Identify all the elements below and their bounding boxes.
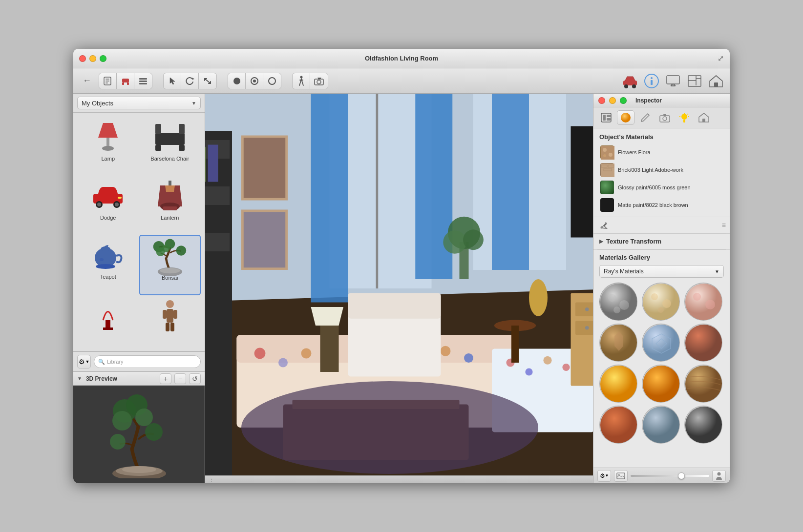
zoom-in-icon: + (164, 375, 168, 383)
svg-rect-126 (575, 321, 593, 335)
svg-rect-149 (702, 119, 705, 122)
inspector-min-button[interactable] (609, 97, 616, 104)
inspector-tab-house[interactable] (695, 110, 713, 125)
plant-icon (88, 299, 127, 333)
toolbar-car-icon[interactable] (621, 72, 639, 90)
svg-rect-24 (671, 85, 676, 86)
inspector-tools-row: ≡ (593, 217, 730, 233)
search-box[interactable]: 🔍 Library (94, 355, 201, 368)
svg-marker-43 (165, 185, 175, 192)
refresh-button[interactable]: ↺ (189, 373, 201, 384)
expand-icon[interactable]: ⤢ (718, 54, 724, 63)
object-item-barselona-chair[interactable]: Barselona Chair (139, 117, 201, 176)
material-item-flowers[interactable]: Flowers Flora (597, 143, 726, 161)
inspector-slider[interactable] (631, 475, 709, 477)
gallery-ball-cream-floral[interactable] (642, 283, 680, 321)
gallery-ball-wood[interactable] (684, 365, 722, 403)
inspector-max-button[interactable] (620, 97, 627, 104)
toolbar-house-icon[interactable] (707, 72, 725, 90)
svg-point-73 (122, 466, 156, 473)
svg-point-109 (525, 368, 532, 375)
gallery-ball-orange-rough[interactable] (599, 406, 637, 444)
maximize-button[interactable] (100, 55, 106, 62)
inspector-tab-edit[interactable] (636, 110, 654, 125)
inspector-menu-icon[interactable]: ≡ (722, 221, 726, 229)
svg-point-130 (585, 326, 589, 330)
texture-transform-header[interactable]: ▶ Texture Transform (599, 238, 724, 245)
gallery-ball-orange2[interactable] (642, 365, 680, 403)
material-item-glossy[interactable]: Glossy paint/6005 moss green (597, 179, 726, 196)
inspector-tab-objects[interactable] (597, 110, 615, 125)
svg-rect-79 (205, 233, 230, 251)
inspector-slider-thumb[interactable] (678, 472, 685, 479)
object-item-teapot[interactable]: Teapot (77, 235, 139, 296)
gallery-ball-rust[interactable] (684, 324, 722, 362)
dodge-icon (88, 180, 127, 214)
gallery-ball-gray-floral[interactable] (599, 283, 637, 321)
inspector-gear-button[interactable]: ⚙ ▼ (597, 470, 611, 482)
toolbar-circle3-icon[interactable] (263, 73, 281, 89)
gear-button[interactable]: ⚙ ▼ (77, 355, 91, 368)
toolbar-circle1-icon[interactable] (228, 73, 246, 89)
object-item-figure[interactable] (139, 295, 201, 348)
inspector-tab-sphere[interactable] (617, 110, 634, 125)
teapot-icon (88, 239, 127, 273)
inspector-image-button[interactable] (614, 470, 628, 482)
toolbar-circle2-icon[interactable] (246, 73, 263, 89)
inspector-titlebar: Inspector (593, 94, 730, 107)
svg-point-29 (102, 146, 114, 151)
toolbar-walk-icon[interactable] (293, 73, 310, 89)
toolbar-documents-icon[interactable] (99, 73, 117, 89)
gallery-ball-blue-gray[interactable] (642, 406, 680, 444)
gallery-dropdown[interactable]: Ray's Materials ▼ (599, 265, 724, 278)
inspector-tab-camera[interactable] (656, 110, 674, 125)
toolbar-floor-plan-icon[interactable] (686, 72, 703, 90)
my-objects-dropdown[interactable]: My Objects ▼ (77, 97, 201, 109)
minimize-button[interactable] (89, 55, 96, 62)
preview-header[interactable]: ▼ 3D Preview + − ↺ (73, 372, 205, 386)
zoom-in-button[interactable]: + (160, 373, 171, 384)
dropper-tool-button[interactable] (597, 219, 611, 231)
object-item-lamp[interactable]: Lamp (77, 117, 139, 176)
titlebar-buttons (79, 55, 106, 62)
svg-rect-86 (311, 94, 348, 303)
gallery-ball-dark-gray[interactable] (684, 406, 722, 444)
object-item-bonsai[interactable]: Bonsai (139, 235, 201, 296)
toolbar-monitor-icon[interactable] (664, 72, 682, 90)
scene-view[interactable]: ⋮ (205, 94, 593, 483)
gallery-ball-red-floral[interactable] (684, 283, 722, 321)
gallery-ball-brown-damask[interactable] (599, 324, 637, 362)
object-item-plant[interactable] (77, 295, 139, 348)
back-button[interactable]: ← (78, 73, 96, 89)
toolbar-list-icon[interactable] (134, 73, 152, 89)
search-icon: 🔍 (98, 359, 105, 365)
inspector-close-button[interactable] (598, 97, 605, 104)
texture-transform-triangle-icon: ▶ (599, 238, 603, 245)
svg-point-151 (603, 148, 607, 152)
svg-point-70 (135, 409, 153, 426)
inspector-tab-light[interactable] (676, 110, 693, 125)
material-item-matte[interactable]: Matte paint/8022 black brown (597, 196, 726, 214)
glossy-swatch (600, 181, 614, 194)
svg-point-165 (662, 299, 671, 308)
svg-rect-179 (617, 473, 625, 479)
gallery-ball-orange1[interactable] (599, 365, 637, 403)
toolbar-cursor-icon[interactable] (164, 73, 181, 89)
lamp-icon (88, 121, 127, 155)
svg-rect-26 (714, 82, 718, 87)
inspector-person-button[interactable] (712, 470, 726, 482)
zoom-out-button[interactable]: − (174, 373, 186, 384)
toolbar-chair-icon[interactable] (117, 73, 134, 89)
toolbar-rotate-icon[interactable] (181, 73, 199, 89)
gallery-ball-blue-diamond[interactable] (642, 324, 680, 362)
search-placeholder: Library (107, 359, 124, 365)
material-item-brick[interactable]: Brick/003 Light Adobe-work (597, 161, 726, 179)
toolbar-resize-icon[interactable] (199, 73, 216, 89)
toolbar-camera-icon[interactable] (310, 73, 328, 89)
toolbar-info-icon[interactable] (643, 72, 660, 90)
svg-point-178 (685, 407, 722, 444)
gallery-dropdown-arrow-icon: ▼ (715, 269, 719, 274)
close-button[interactable] (79, 55, 86, 62)
object-item-dodge[interactable]: Dodge (77, 176, 139, 235)
svg-rect-60 (167, 309, 173, 323)
